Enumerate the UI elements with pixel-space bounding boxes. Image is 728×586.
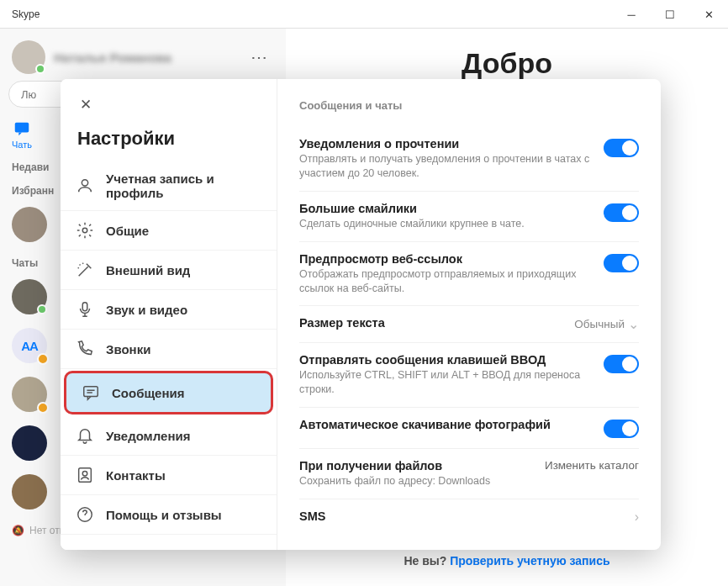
nav-account[interactable]: Учетная запись и профиль — [61, 161, 277, 211]
phone-icon — [76, 340, 94, 358]
help-icon — [76, 505, 94, 524]
settings-modal: ✕ Настройки Учетная запись и профиль Общ… — [61, 79, 661, 550]
tab-chats-label: Чать — [12, 140, 32, 150]
window-title: Skype — [8, 8, 40, 20]
panel-section-title: Сообщения и чаты — [299, 99, 639, 112]
svg-point-6 — [82, 471, 87, 476]
settings-nav: ✕ Настройки Учетная запись и профиль Общ… — [61, 79, 277, 550]
setting-sms[interactable]: SMS › — [299, 499, 639, 535]
large-emoji-desc: Сделать одиночные смайлики крупнее в чат… — [299, 217, 590, 231]
nav-audio-label: Звук и видео — [106, 303, 187, 317]
text-size-label: Размер текста — [299, 316, 561, 330]
nav-help-label: Помощь и отзывы — [106, 508, 222, 522]
bell-off-icon: 🔕 — [12, 525, 24, 536]
contacts-icon — [76, 466, 94, 484]
setting-large-emoji: Большие смайлики Сделать одиночные смайл… — [299, 192, 639, 242]
nav-calls[interactable]: Звонки — [61, 330, 277, 369]
settings-title: Настройки — [61, 119, 277, 161]
chat-avatar — [12, 279, 47, 314]
auto-download-toggle[interactable] — [604, 420, 639, 438]
chat-avatar — [12, 474, 47, 509]
nav-contacts-label: Контакты — [106, 468, 166, 483]
chat-avatar: AA — [12, 328, 47, 363]
nav-calls-label: Звонки — [106, 342, 150, 356]
svg-rect-3 — [82, 303, 87, 311]
presence-indicator — [35, 64, 45, 74]
svg-rect-5 — [79, 468, 92, 483]
nav-account-label: Учетная запись и профиль — [106, 172, 261, 200]
link-preview-desc: Отображать предпросмотр отправляемых и п… — [299, 267, 590, 296]
more-menu-button[interactable]: ⋯ — [245, 47, 274, 67]
read-receipts-toggle[interactable] — [604, 139, 639, 157]
nav-general[interactable]: Общие — [61, 211, 277, 251]
nav-help[interactable]: Помощь и отзывы — [61, 495, 277, 535]
nav-notifications-label: Уведомления — [106, 429, 190, 443]
window-titlebar: Skype ─ ☐ ✕ — [0, 0, 728, 29]
setting-read-receipts: Уведомления о прочтении Отправлять и пол… — [299, 127, 639, 192]
change-folder-button[interactable]: Изменить каталог — [545, 459, 639, 472]
send-enter-label: Отправлять сообщения клавишей ВВОД — [299, 353, 590, 367]
setting-send-enter: Отправлять сообщения клавишей ВВОД Испол… — [299, 343, 639, 408]
nav-messages-label: Сообщения — [112, 386, 184, 400]
nav-messages[interactable]: Сообщения — [64, 371, 273, 414]
svg-point-1 — [82, 180, 87, 186]
presence-indicator — [37, 304, 47, 314]
large-emoji-toggle[interactable] — [604, 203, 639, 222]
maximize-button[interactable]: ☐ — [651, 0, 689, 29]
svg-point-2 — [82, 228, 87, 233]
text-size-value: Обычный — [574, 318, 625, 330]
bell-icon — [76, 426, 94, 445]
user-avatar[interactable] — [12, 40, 45, 74]
sms-label: SMS — [299, 509, 621, 523]
setting-file-receive: При получении файлов Сохранить файл по а… — [299, 449, 639, 499]
nav-audio-video[interactable]: Звук и видео — [61, 290, 277, 330]
nav-contacts[interactable]: Контакты — [61, 456, 277, 495]
send-enter-desc: Используйте CTRL, SHIFT или ALT + ВВОД д… — [299, 368, 590, 397]
minimize-button[interactable]: ─ — [612, 0, 651, 29]
large-emoji-label: Большие смайлики — [299, 202, 590, 215]
auto-download-label: Автоматическое скачивание фотографий — [299, 418, 590, 431]
svg-rect-4 — [84, 387, 98, 397]
microphone-icon — [76, 300, 94, 319]
file-receive-label: При получении файлов — [299, 459, 531, 472]
send-enter-toggle[interactable] — [604, 355, 639, 373]
setting-link-preview: Предпросмотр веб-ссылок Отображать предп… — [299, 242, 639, 307]
account-icon — [76, 177, 94, 195]
read-receipts-desc: Отправлять и получать уведомления о проч… — [299, 152, 590, 181]
read-receipts-label: Уведомления о прочтении — [299, 137, 590, 150]
chat-avatar — [12, 207, 47, 242]
chevron-right-icon: › — [635, 509, 639, 525]
setting-auto-download: Автоматическое скачивание фотографий — [299, 408, 639, 449]
chevron-down-icon: ⌄ — [628, 316, 639, 332]
not-you-prompt: Не вы? Проверить учетную запись — [404, 554, 609, 568]
nav-appearance-label: Внешний вид — [106, 263, 190, 277]
nav-appearance[interactable]: Внешний вид — [61, 251, 277, 290]
tab-chats[interactable]: Чать — [12, 119, 32, 150]
status-badge — [37, 353, 49, 365]
user-name[interactable]: Наталья Романова — [54, 50, 245, 65]
gear-icon — [76, 221, 94, 240]
close-button[interactable]: ✕ — [689, 0, 728, 29]
chat-icon — [13, 119, 31, 138]
settings-panel: Сообщения и чаты Уведомления о прочтении… — [277, 79, 661, 550]
status-badge — [37, 402, 49, 414]
welcome-title: Добро — [462, 47, 552, 80]
file-receive-desc: Сохранить файл по адресу: Downloads — [299, 474, 531, 488]
nav-notifications[interactable]: Уведомления — [61, 416, 277, 456]
link-preview-toggle[interactable] — [604, 254, 639, 272]
svg-rect-0 — [15, 123, 29, 133]
chat-avatar — [12, 377, 47, 412]
link-preview-label: Предпросмотр веб-ссылок — [299, 252, 590, 266]
close-settings-button[interactable]: ✕ — [71, 89, 101, 119]
chat-avatar — [12, 425, 47, 461]
message-icon — [82, 383, 100, 402]
nav-general-label: Общие — [106, 224, 149, 238]
check-account-link[interactable]: Проверить учетную запись — [450, 554, 609, 568]
setting-text-size[interactable]: Размер текста Обычный ⌄ — [299, 306, 639, 343]
wand-icon — [76, 261, 94, 279]
